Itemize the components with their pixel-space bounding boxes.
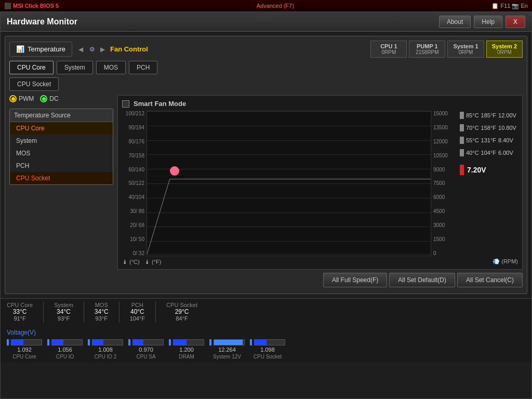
volt-val-dram: 1.200 bbox=[179, 347, 194, 353]
sensor-btn-system[interactable]: System bbox=[57, 61, 93, 74]
voltage-item-cpu-sa: 0.970 CPU SA bbox=[128, 339, 164, 360]
status-cpu-core-f: 91°F bbox=[7, 315, 33, 322]
volt-name-cpu-core: CPU Core bbox=[12, 354, 36, 360]
sensor-btn-mos[interactable]: MOS bbox=[96, 61, 126, 74]
voltage-item-cpu-io: 1.056 CPU IO bbox=[47, 339, 83, 360]
y-right-1: 13500 bbox=[433, 125, 458, 130]
vref-70c: 70°C bbox=[466, 125, 479, 131]
grid-line-5 bbox=[147, 183, 431, 184]
chart-canvas[interactable] bbox=[147, 111, 431, 256]
status-pch: PCH 40°C 104°F bbox=[130, 302, 145, 322]
volt-bar-cpu-socket bbox=[254, 339, 285, 345]
y-right-0: 15000 bbox=[433, 111, 458, 116]
fan-control-icon: ⚙ bbox=[89, 46, 95, 53]
volt-indicator-cpu-core bbox=[7, 339, 9, 345]
voltage-bars-row: 1.092 CPU Core 1.056 CPU IO bbox=[7, 339, 525, 360]
volt-indicator-cpu-socket bbox=[250, 339, 252, 345]
fan-tab-sys2[interactable]: System 2 0RPM bbox=[486, 41, 523, 58]
y-right-5: 7500 bbox=[433, 180, 458, 186]
all-full-speed-button[interactable]: All Full Speed(F) bbox=[323, 273, 387, 287]
y-right-9: 1500 bbox=[433, 236, 458, 242]
vref-40c: 40°C bbox=[466, 150, 479, 156]
pwm-radio[interactable]: PWM bbox=[9, 95, 34, 102]
sensor-btn-cpu-core[interactable]: CPU Core bbox=[9, 61, 54, 74]
y-label-1: 90/194 bbox=[120, 125, 144, 130]
voltage-ref-40c: 40°C 104°F 6.00V bbox=[460, 148, 522, 157]
volt-fill-dram bbox=[174, 340, 187, 345]
tab-fan-row: 📊 Temperature ◀ ⚙ ▶ Fan Control CPU 1 0R… bbox=[9, 41, 523, 58]
temp-source-item-cpu-core[interactable]: CPU Core bbox=[10, 122, 113, 135]
temp-source-item-system[interactable]: System bbox=[10, 135, 113, 147]
status-pch-c: 40°C bbox=[130, 308, 145, 315]
status-system-name: System bbox=[54, 302, 73, 308]
tab-temperature[interactable]: 📊 Temperature bbox=[9, 42, 72, 57]
close-button[interactable]: X bbox=[506, 16, 525, 28]
y-label-5: 50/122 bbox=[120, 180, 144, 186]
vref-55c: 55°C bbox=[466, 137, 479, 143]
left-sidebar: PWM DC Temperature Source CPU Core Syste… bbox=[9, 95, 113, 270]
dc-radio[interactable]: DC bbox=[40, 95, 58, 102]
y-right-6: 6000 bbox=[433, 194, 458, 200]
about-button[interactable]: About bbox=[439, 16, 471, 28]
sensor-buttons-row2: CPU Socket bbox=[9, 77, 523, 91]
chart-footer: 🌡 (°C) 🌡 (°F) 💨 (RPM) bbox=[118, 256, 522, 265]
fan-tab-cpu1[interactable]: CPU 1 0RPM bbox=[370, 41, 407, 58]
volt-indicator-cpu-sa bbox=[128, 339, 130, 345]
pwm-dc-row: PWM DC bbox=[9, 95, 113, 102]
y-label-9: 10/ 50 bbox=[120, 236, 144, 242]
dc-label: DC bbox=[49, 95, 58, 102]
chart-y-labels-right: 15000 13500 12000 10500 9000 7500 6000 4… bbox=[431, 111, 460, 256]
voltage-item-cpu-core: 1.092 CPU Core bbox=[7, 339, 42, 360]
smart-fan-checkbox[interactable] bbox=[122, 100, 129, 108]
status-cpu-socket-name: CPU Socket bbox=[166, 302, 197, 308]
vref-104f: 104°F bbox=[481, 150, 496, 156]
y-label-8: 20/ 68 bbox=[120, 222, 144, 228]
divider-4 bbox=[155, 302, 156, 323]
volt-row-dram bbox=[169, 339, 204, 345]
fan-tab-cpu1-label: CPU 1 bbox=[376, 43, 401, 49]
temp-source-item-cpu-socket[interactable]: CPU Socket bbox=[10, 172, 113, 184]
pwm-radio-circle bbox=[9, 95, 17, 102]
vref-12v: 12.00V bbox=[498, 112, 516, 118]
divider-1 bbox=[43, 302, 44, 323]
status-mos: MOS 34°C 93°F bbox=[95, 302, 109, 322]
fan-tab-sys1[interactable]: System 1 0RPM bbox=[447, 41, 484, 58]
temp-source-item-mos[interactable]: MOS bbox=[10, 147, 113, 159]
brand-logo: ⬛ MSI Click BIOS 5 bbox=[4, 3, 59, 9]
volt-val-cpu-sa: 0.970 bbox=[139, 347, 153, 353]
volt-row-cpu-io2 bbox=[88, 339, 123, 345]
main-panel: PWM DC Temperature Source CPU Core Syste… bbox=[9, 95, 523, 270]
voltage-ref-bar-1 bbox=[460, 112, 464, 119]
fan-tab-cpu1-value: 0RPM bbox=[376, 49, 401, 55]
y-right-7: 4500 bbox=[433, 208, 458, 214]
volt-name-cpu-io: CPU IO bbox=[56, 354, 74, 360]
tabs-left: 📊 Temperature ◀ ⚙ ▶ bbox=[9, 42, 106, 57]
all-set-default-button[interactable]: All Set Default(D) bbox=[389, 273, 455, 287]
fan-control-tab-label[interactable]: Fan Control bbox=[110, 45, 148, 53]
sensor-btn-pch[interactable]: PCH bbox=[129, 61, 157, 74]
vref-840v: 8.40V bbox=[498, 137, 513, 143]
volt-indicator-cpu-io bbox=[47, 339, 49, 345]
temp-source-item-pch[interactable]: PCH bbox=[10, 159, 113, 172]
chart-control-point[interactable] bbox=[170, 166, 179, 176]
volt-name-cpu-socket: CPU Socket bbox=[254, 354, 282, 360]
grid-line-7 bbox=[147, 212, 431, 213]
status-cpu-socket: CPU Socket 29°C 84°F bbox=[166, 302, 197, 322]
grid-line-8 bbox=[147, 227, 431, 227]
fan-tab-pump1[interactable]: PUMP 1 2158RPM bbox=[409, 41, 445, 58]
vref-131f: 131°F bbox=[481, 137, 496, 143]
chart-y-labels-left: 100/212 90/194 80/176 70/158 60/140 50/1… bbox=[118, 111, 147, 256]
fan-tabs: CPU 1 0RPM PUMP 1 2158RPM System 1 0RPM … bbox=[370, 41, 523, 58]
chart-footer-left: 🌡 (°C) 🌡 (°F) bbox=[122, 259, 161, 265]
vref-85c: 85°C bbox=[466, 112, 479, 118]
top-bar-buttons: 📋 F11 📷 En bbox=[491, 3, 528, 9]
status-cpu-socket-c: 29°C bbox=[166, 308, 197, 315]
volt-row-sys12v bbox=[209, 339, 245, 345]
volt-row-cpu-core bbox=[7, 339, 42, 345]
help-button[interactable]: Help bbox=[474, 16, 502, 28]
sensor-btn-cpu-socket[interactable]: CPU Socket bbox=[9, 77, 59, 91]
voltage-section: Voltage(V) 1.092 CPU Core bbox=[1, 326, 531, 363]
divider-2 bbox=[84, 302, 84, 323]
all-set-cancel-button[interactable]: All Set Cancel(C) bbox=[457, 273, 523, 287]
voltage-ref-bar-2 bbox=[460, 124, 464, 131]
